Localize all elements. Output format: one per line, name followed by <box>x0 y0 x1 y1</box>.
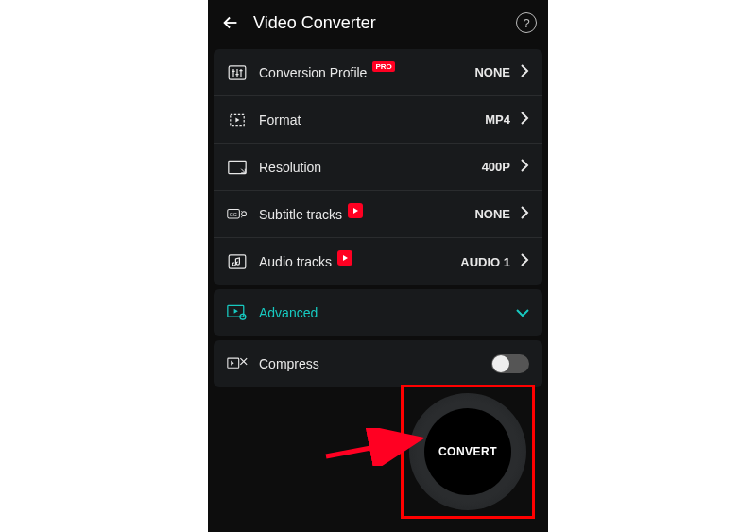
chevron-right-icon <box>520 112 529 129</box>
row-label: Conversion Profile PRO <box>259 65 395 80</box>
row-label: Resolution <box>259 160 321 175</box>
row-value: AUDIO 1 <box>460 255 510 269</box>
row-format[interactable]: Format MP4 <box>214 96 542 144</box>
audio-icon <box>227 253 248 270</box>
rec-badge-icon <box>348 203 363 218</box>
help-icon[interactable]: ? <box>516 12 537 33</box>
header-bar: Video Converter ? <box>208 0 548 45</box>
sliders-icon <box>227 64 248 81</box>
svg-text:CC: CC <box>230 211 237 216</box>
svg-point-4 <box>242 211 247 215</box>
pro-badge: PRO <box>372 61 394 72</box>
row-resolution[interactable]: Resolution 400P <box>214 144 542 191</box>
advanced-icon <box>227 304 248 321</box>
row-label: Audio tracks <box>259 254 352 269</box>
row-label: Advanced <box>259 305 318 320</box>
row-subtitle-tracks[interactable]: CC Subtitle tracks NONE <box>214 191 542 238</box>
resolution-icon <box>227 159 248 176</box>
convert-button-label: CONVERT <box>424 408 511 495</box>
settings-panel: Conversion Profile PRO NONE Format MP4 <box>214 49 542 285</box>
row-compress[interactable]: Compress <box>214 340 542 387</box>
compress-toggle[interactable] <box>491 354 529 373</box>
page-title: Video Converter <box>253 13 376 33</box>
svg-rect-1 <box>229 161 246 173</box>
rec-badge-icon <box>337 250 352 266</box>
back-icon[interactable] <box>219 11 242 34</box>
advanced-panel: Advanced <box>214 289 542 336</box>
subtitle-icon: CC <box>227 206 248 223</box>
row-value: NONE <box>474 207 510 221</box>
chevron-down-icon <box>516 304 529 321</box>
annotation-highlight-box: CONVERT <box>401 385 535 519</box>
row-label: Compress <box>259 356 319 371</box>
convert-button[interactable]: CONVERT <box>409 393 526 510</box>
chevron-right-icon <box>520 253 529 270</box>
row-value: 400P <box>482 160 510 174</box>
chevron-right-icon <box>520 64 529 81</box>
row-conversion-profile[interactable]: Conversion Profile PRO NONE <box>214 49 542 96</box>
row-value: NONE <box>474 65 510 79</box>
chevron-right-icon <box>520 159 529 176</box>
row-value: MP4 <box>485 112 510 127</box>
row-label: Subtitle tracks <box>259 207 363 222</box>
compress-icon <box>227 355 248 372</box>
row-audio-tracks[interactable]: Audio tracks AUDIO 1 <box>214 238 542 285</box>
compress-panel: Compress <box>214 340 542 387</box>
format-icon <box>227 112 248 129</box>
row-advanced[interactable]: Advanced <box>214 289 542 336</box>
row-label: Format <box>259 112 301 128</box>
app-screen: Video Converter ? Conversion Profile PRO… <box>208 0 548 532</box>
chevron-right-icon <box>520 206 529 223</box>
